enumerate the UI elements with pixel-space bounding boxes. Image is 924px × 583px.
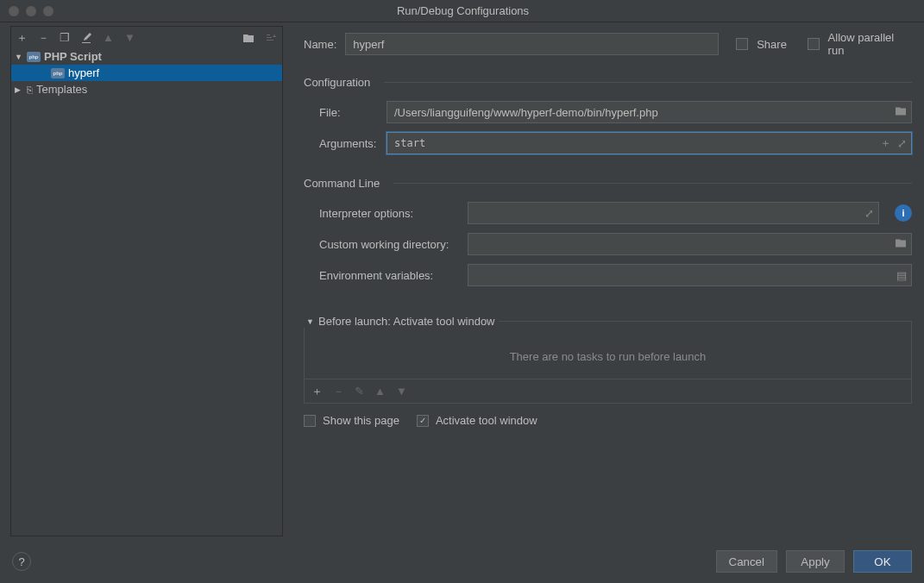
activate-tool-window-label: Activate tool window <box>436 414 537 427</box>
move-down-icon: ▼ <box>124 31 135 44</box>
arguments-label: Arguments: <box>319 137 376 150</box>
templates-icon: ⎘ <box>27 85 33 95</box>
interpreter-options-input[interactable] <box>468 202 879 224</box>
window-controls <box>0 6 53 16</box>
config-sidebar: ＋ － ❐ ▲ ▼ ▼ php PHP Script p <box>10 26 283 536</box>
cwd-label: Custom working directory: <box>319 238 457 251</box>
remove-task-icon: － <box>333 384 344 399</box>
dialog-footer: ? Cancel Apply OK <box>0 540 924 583</box>
config-tree: ▼ php PHP Script php hyperf ▶ ⎘ Template… <box>11 48 282 536</box>
allow-parallel-checkbox[interactable] <box>808 38 820 50</box>
insert-macro-icon[interactable]: ＋ <box>880 135 891 151</box>
activate-tool-window-checkbox[interactable] <box>417 415 429 427</box>
browse-file-icon[interactable] <box>895 106 907 119</box>
ok-button[interactable]: OK <box>853 550 912 573</box>
list-edit-icon[interactable]: ▤ <box>896 269 907 282</box>
before-launch-empty-text: There are no tasks to run before launch <box>305 335 911 379</box>
move-up-icon: ▲ <box>103 31 114 44</box>
window-title: Run/Debug Configurations <box>53 4 924 17</box>
chevron-down-icon[interactable]: ▼ <box>306 317 315 326</box>
tree-node-hyperf[interactable]: php hyperf <box>11 65 282 81</box>
browse-folder-icon[interactable] <box>895 238 907 251</box>
chevron-right-icon: ▶ <box>15 85 23 94</box>
add-config-icon[interactable]: ＋ <box>16 30 28 46</box>
divider <box>393 183 912 184</box>
configuration-section-label: Configuration <box>304 76 370 89</box>
copy-config-icon[interactable]: ❐ <box>60 31 70 44</box>
arguments-input[interactable] <box>387 132 912 154</box>
help-button[interactable]: ? <box>12 552 31 571</box>
move-task-down-icon: ▼ <box>396 385 407 398</box>
chevron-down-icon: ▼ <box>15 53 23 61</box>
close-window-icon[interactable] <box>9 6 19 16</box>
allow-parallel-label: Allow parallel run <box>828 31 912 57</box>
php-icon: php <box>51 68 65 78</box>
show-this-page-label: Show this page <box>323 414 399 427</box>
edit-task-icon: ✎ <box>355 385 364 398</box>
interpreter-options-label: Interpreter options: <box>319 207 457 220</box>
file-label: File: <box>319 106 376 119</box>
file-input[interactable] <box>387 101 912 123</box>
apply-button[interactable]: Apply <box>786 550 845 573</box>
add-task-icon[interactable]: ＋ <box>311 384 323 399</box>
tree-node-label: hyperf <box>68 66 99 79</box>
remove-config-icon[interactable]: － <box>38 30 49 46</box>
info-icon[interactable]: i <box>895 204 912 222</box>
name-input[interactable] <box>345 33 719 55</box>
tree-node-templates[interactable]: ▶ ⎘ Templates <box>11 81 282 97</box>
env-label: Environment variables: <box>319 269 457 282</box>
move-task-up-icon: ▲ <box>374 385 386 398</box>
divider <box>384 82 912 83</box>
show-this-page-checkbox[interactable] <box>304 415 316 427</box>
tree-node-php-script[interactable]: ▼ php PHP Script <box>11 48 282 65</box>
share-checkbox[interactable] <box>736 38 748 50</box>
before-launch-panel: ▼ Before launch: Activate tool window Th… <box>304 321 912 404</box>
commandline-section-label: Command Line <box>304 177 380 190</box>
sidebar-toolbar: ＋ － ❐ ▲ ▼ <box>11 27 282 48</box>
minimize-window-icon[interactable] <box>26 6 36 16</box>
name-label: Name: <box>304 38 336 51</box>
cwd-input[interactable] <box>468 233 912 255</box>
zoom-window-icon[interactable] <box>43 6 53 16</box>
edit-defaults-icon[interactable] <box>80 32 92 44</box>
php-icon: php <box>27 52 41 62</box>
before-launch-toolbar: ＋ － ✎ ▲ ▼ <box>305 379 911 403</box>
main-panel: Name: Share Allow parallel run Configura… <box>283 22 924 540</box>
expand-field-icon[interactable]: ⤢ <box>897 137 907 150</box>
tree-node-label: PHP Script <box>44 50 102 63</box>
tree-node-label: Templates <box>36 83 87 96</box>
titlebar: Run/Debug Configurations <box>0 0 924 22</box>
before-launch-label: Before launch: Activate tool window <box>318 315 495 328</box>
cancel-button[interactable]: Cancel <box>716 550 778 573</box>
folder-config-icon[interactable] <box>242 33 255 43</box>
expand-field-icon[interactable]: ⤢ <box>864 207 874 220</box>
share-label: Share <box>757 38 787 51</box>
sort-config-icon <box>265 33 277 43</box>
env-input[interactable] <box>468 264 912 286</box>
